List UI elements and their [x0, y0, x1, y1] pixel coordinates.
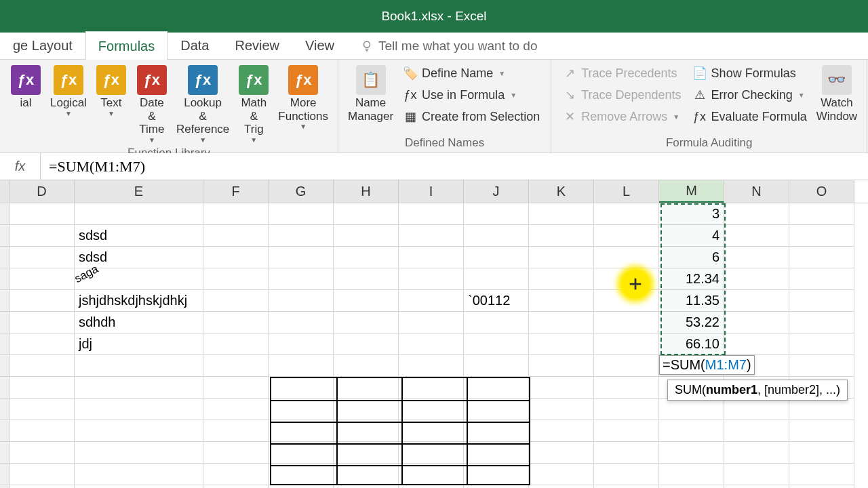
- cell-L7[interactable]: [594, 333, 659, 355]
- col-header-K[interactable]: K: [529, 180, 594, 203]
- tell-me[interactable]: Tell me what you want to do: [361, 33, 537, 59]
- cell-N12[interactable]: [724, 442, 789, 464]
- cell-F10[interactable]: [203, 399, 269, 420]
- cell-I12[interactable]: [399, 442, 464, 464]
- cell-D12[interactable]: [9, 442, 75, 464]
- cell-J8[interactable]: [464, 355, 529, 377]
- funclib-ial[interactable]: ƒxial: [7, 64, 45, 111]
- cell-L3[interactable]: [594, 247, 659, 268]
- evaluate-formula-cmd[interactable]: ƒxEvaluate Formula: [688, 107, 811, 126]
- cell-D5[interactable]: [9, 290, 75, 312]
- cell-G8[interactable]: [269, 355, 334, 377]
- spreadsheet-grid[interactable]: DEFGHIJKLMNO 3sdsd4sdsd6saga12.34jshjdhs…: [0, 180, 868, 488]
- cell-D6[interactable]: [9, 312, 75, 333]
- cell-D1[interactable]: [9, 203, 75, 225]
- cell-K4[interactable]: [529, 268, 594, 290]
- cell-L9[interactable]: [594, 377, 659, 399]
- cell-E1[interactable]: [75, 203, 203, 225]
- cell-J2[interactable]: [464, 225, 529, 247]
- cell-F2[interactable]: [203, 225, 269, 247]
- cell-O8[interactable]: [789, 355, 854, 377]
- cell-E13[interactable]: [75, 464, 203, 485]
- cell-H11[interactable]: [334, 420, 399, 442]
- cell-L6[interactable]: [594, 312, 659, 333]
- cell-E5[interactable]: jshjdhskdjhskjdhkj: [75, 290, 203, 312]
- cell-L11[interactable]: [594, 420, 659, 442]
- cell-O12[interactable]: [789, 442, 854, 464]
- cell-K8[interactable]: [529, 355, 594, 377]
- cell-D14[interactable]: [9, 485, 75, 488]
- cell-H5[interactable]: [334, 290, 399, 312]
- cell-G5[interactable]: [269, 290, 334, 312]
- cell-G11[interactable]: [269, 420, 334, 442]
- cell-K13[interactable]: [529, 464, 594, 485]
- cell-E7[interactable]: jdj: [75, 333, 203, 355]
- funclib-more-functions[interactable]: ƒxMoreFunctions▼: [275, 64, 331, 131]
- cell-K5[interactable]: [529, 290, 594, 312]
- cell-H10[interactable]: [334, 399, 399, 420]
- cell-D11[interactable]: [9, 420, 75, 442]
- cell-O5[interactable]: [789, 290, 854, 312]
- funclib-date-time[interactable]: ƒxDate&Time▼: [133, 64, 171, 145]
- cell-H1[interactable]: [334, 203, 399, 225]
- cell-J6[interactable]: [464, 312, 529, 333]
- cell-N1[interactable]: [724, 203, 789, 225]
- watch-window-button[interactable]: 👓 Watch Window: [814, 64, 860, 124]
- cell-L10[interactable]: [594, 399, 659, 420]
- cell-M13[interactable]: [659, 464, 724, 485]
- cell-G4[interactable]: [269, 268, 334, 290]
- cell-G6[interactable]: [269, 312, 334, 333]
- cell-I4[interactable]: [399, 268, 464, 290]
- cell-I1[interactable]: [399, 203, 464, 225]
- cell-H8[interactable]: [334, 355, 399, 377]
- cell-D10[interactable]: [9, 399, 75, 420]
- cell-N2[interactable]: [724, 225, 789, 247]
- funclib-math-trig[interactable]: ƒxMath&Trig▼: [235, 64, 273, 145]
- cell-G9[interactable]: [269, 377, 334, 399]
- cell-E11[interactable]: [75, 420, 203, 442]
- cell-I10[interactable]: [399, 399, 464, 420]
- cell-H3[interactable]: [334, 247, 399, 268]
- cell-M1[interactable]: 3: [659, 203, 724, 225]
- cell-J7[interactable]: [464, 333, 529, 355]
- cell-J1[interactable]: [464, 203, 529, 225]
- cell-M4[interactable]: 12.34: [659, 268, 724, 290]
- cell-G1[interactable]: [269, 203, 334, 225]
- cell-K14[interactable]: [529, 485, 594, 488]
- cell-J13[interactable]: [464, 464, 529, 485]
- col-header-L[interactable]: L: [594, 180, 659, 203]
- cell-E12[interactable]: [75, 442, 203, 464]
- cell-I7[interactable]: [399, 333, 464, 355]
- cell-M10[interactable]: [659, 399, 724, 420]
- cell-E8[interactable]: [75, 355, 203, 377]
- cell-F7[interactable]: [203, 333, 269, 355]
- cell-H2[interactable]: [334, 225, 399, 247]
- cell-F8[interactable]: [203, 355, 269, 377]
- cell-E9[interactable]: [75, 377, 203, 399]
- cell-K1[interactable]: [529, 203, 594, 225]
- cell-N7[interactable]: [724, 333, 789, 355]
- cell-J11[interactable]: [464, 420, 529, 442]
- cell-N14[interactable]: [724, 485, 789, 488]
- cell-G10[interactable]: [269, 399, 334, 420]
- cell-H14[interactable]: [334, 485, 399, 488]
- cell-N13[interactable]: [724, 464, 789, 485]
- col-header-J[interactable]: J: [464, 180, 529, 203]
- funclib-lookup-reference[interactable]: ƒxLookup&Reference▼: [174, 64, 232, 145]
- trace-dependents-cmd[interactable]: ↘Trace Dependents: [558, 85, 685, 104]
- cell-I9[interactable]: [399, 377, 464, 399]
- cell-M6[interactable]: 53.22: [659, 312, 724, 333]
- cell-E6[interactable]: sdhdh: [75, 312, 203, 333]
- cell-J9[interactable]: [464, 377, 529, 399]
- cell-K7[interactable]: [529, 333, 594, 355]
- tab-page-layout[interactable]: ge Layout: [0, 30, 85, 59]
- cell-I3[interactable]: [399, 247, 464, 268]
- tab-view[interactable]: View: [292, 30, 347, 59]
- cell-H7[interactable]: [334, 333, 399, 355]
- col-header-D[interactable]: D: [9, 180, 75, 203]
- cell-M14[interactable]: [659, 485, 724, 488]
- cell-G7[interactable]: [269, 333, 334, 355]
- cell-O2[interactable]: [789, 225, 854, 247]
- cell-editor[interactable]: =SUM(M1:M7): [659, 355, 755, 375]
- tab-data[interactable]: Data: [167, 30, 222, 59]
